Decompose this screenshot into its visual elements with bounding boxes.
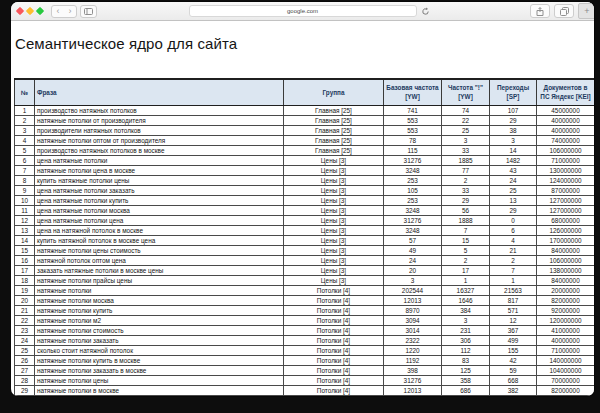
exact-frequency-cell: 3 <box>442 135 490 145</box>
share-button[interactable] <box>530 4 550 18</box>
tabs-icon <box>560 7 569 16</box>
row-number: 15 <box>15 245 35 255</box>
table-row: 13цена на натяжной потолок в москвеЦены … <box>15 225 595 235</box>
column-header: Группа <box>284 79 384 105</box>
group-cell: Цены [3] <box>284 215 384 225</box>
group-cell: Цены [3] <box>284 185 384 195</box>
base-frequency-cell: 31276 <box>384 155 442 165</box>
phrase-cell: натяжные потолки в москве <box>35 385 284 395</box>
documents-cell: 45000000 <box>537 105 595 115</box>
exact-frequency-cell: 1888 <box>442 215 490 225</box>
group-cell: Цены [3] <box>284 205 384 215</box>
phrase-cell: натяжные потолки м2 <box>35 315 284 325</box>
exact-frequency-cell: 358 <box>442 375 490 385</box>
transitions-cell: 2 <box>490 255 537 265</box>
documents-cell: 84000000 <box>537 275 595 285</box>
table-row: 17заказать натяжные потолки в москве цен… <box>15 265 595 275</box>
phrase-cell: натяжные потолки от производителя <box>35 115 284 125</box>
documents-cell: 82000000 <box>537 385 595 395</box>
group-cell: Потолки [4] <box>284 375 384 385</box>
documents-cell: 170000000 <box>537 235 595 245</box>
transitions-cell: 43 <box>490 165 537 175</box>
base-frequency-cell: 2322 <box>384 335 442 345</box>
table-row: 28натяжные потолки ценыПотолки [4]312763… <box>15 375 595 385</box>
reload-button[interactable] <box>421 7 430 16</box>
forward-button[interactable]: › <box>64 6 76 16</box>
row-number: 9 <box>15 185 35 195</box>
row-number: 18 <box>15 275 35 285</box>
base-frequency-cell: 31276 <box>384 375 442 385</box>
transitions-cell: 155 <box>490 345 537 355</box>
share-icon <box>536 7 544 16</box>
table-row: 25сколько стоит натяжной потолокПотолки … <box>15 345 595 355</box>
address-bar[interactable]: google.com <box>189 5 417 17</box>
transitions-cell: 21563 <box>490 285 537 295</box>
back-button[interactable]: ‹ <box>52 6 64 16</box>
table-header-row: №ФразаГруппаБазовая частота [YW]Частота … <box>15 79 595 105</box>
table-row: 7натяжные потолки цена в москвеЦены [3]3… <box>15 165 595 175</box>
table-row: 29натяжные потолки в москвеПотолки [4]12… <box>15 385 595 395</box>
browser-toolbar: ‹ › google.com <box>11 2 594 21</box>
documents-cell: 71000000 <box>537 345 595 355</box>
phrase-cell: натяжные потолки купить <box>35 305 284 315</box>
base-frequency-cell: 553 <box>384 115 442 125</box>
keyword-table: №ФразаГруппаБазовая частота [YW]Частота … <box>14 78 594 396</box>
base-frequency-cell: 115 <box>384 145 442 155</box>
close-window-icon[interactable] <box>16 7 24 15</box>
group-cell: Потолки [4] <box>284 325 384 335</box>
show-tabs-button[interactable] <box>554 4 574 18</box>
group-cell: Цены [3] <box>284 265 384 275</box>
row-number: 11 <box>15 205 35 215</box>
table-row: 21натяжные потолки купитьПотолки [4]8970… <box>15 305 595 315</box>
row-number: 1 <box>15 105 35 115</box>
transitions-cell: 1482 <box>490 155 537 165</box>
nav-buttons: ‹ › <box>51 5 77 18</box>
transitions-cell: 3 <box>490 135 537 145</box>
base-frequency-cell: 3248 <box>384 225 442 235</box>
tab-overview-button[interactable] <box>80 5 97 18</box>
column-header: Фраза <box>35 79 284 105</box>
zoom-window-icon[interactable] <box>36 7 44 15</box>
row-number: 29 <box>15 385 35 395</box>
exact-frequency-cell: 686 <box>442 385 490 395</box>
base-frequency-cell: 3 <box>384 275 442 285</box>
exact-frequency-cell: 306 <box>442 335 490 345</box>
table-row: 18натяжные потолки прайсы ценыЦены [3]31… <box>15 275 595 285</box>
table-row: 26натяжные потолки купить в москвеПотолк… <box>15 355 595 365</box>
group-cell: Потолки [4] <box>284 355 384 365</box>
phrase-cell: натяжные потолки купить в москве <box>35 355 284 365</box>
group-cell: Потолки [4] <box>284 385 384 395</box>
phrase-cell: натяжные потолки заказать <box>35 335 284 345</box>
documents-cell: 120000000 <box>537 315 595 325</box>
phrase-cell: натяжные потолки <box>35 285 284 295</box>
documents-cell: 126000000 <box>537 225 595 235</box>
minimize-window-icon[interactable] <box>26 7 34 15</box>
row-number: 20 <box>15 295 35 305</box>
row-number: 22 <box>15 315 35 325</box>
base-frequency-cell: 253 <box>384 195 442 205</box>
documents-cell: 87000000 <box>537 185 595 195</box>
row-number: 17 <box>15 265 35 275</box>
table-row: 8купить натяжные потолки ценыЦены [3]253… <box>15 175 595 185</box>
transitions-cell: 817 <box>490 295 537 305</box>
exact-frequency-cell: 77 <box>442 165 490 175</box>
group-cell: Потолки [4] <box>284 315 384 325</box>
group-cell: Цены [3] <box>284 235 384 245</box>
phrase-cell: купить натяжной потолок в москве цена <box>35 235 284 245</box>
documents-cell: 40000000 <box>537 125 595 135</box>
phrase-cell: натяжные потолки цены <box>35 375 284 385</box>
row-number: 27 <box>15 365 35 375</box>
new-tab-button[interactable]: + <box>578 3 594 19</box>
transitions-cell: 6 <box>490 225 537 235</box>
documents-cell: 127000000 <box>537 205 595 215</box>
table-row: 23натяжные потолки стоимостьПотолки [4]3… <box>15 325 595 335</box>
documents-cell: 70000000 <box>537 375 595 385</box>
base-frequency-cell: 8970 <box>384 305 442 315</box>
phrase-cell: цена натяжные потолки цена <box>35 215 284 225</box>
column-header: № <box>15 79 35 105</box>
row-number: 21 <box>15 305 35 315</box>
row-number: 6 <box>15 155 35 165</box>
phrase-cell: натяжные потолки цены стоимость <box>35 245 284 255</box>
group-cell: Цены [3] <box>284 275 384 285</box>
phrase-cell: купить натяжные потолки цены <box>35 175 284 185</box>
